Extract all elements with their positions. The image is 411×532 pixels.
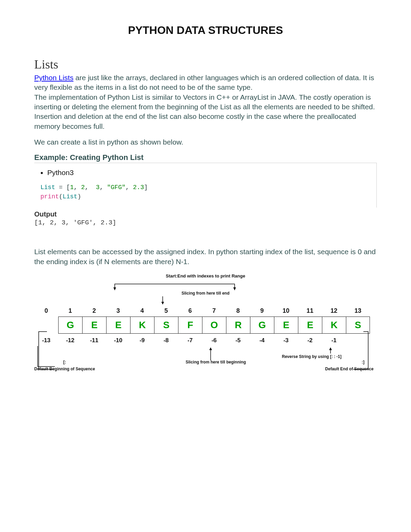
output-label: Output [34, 210, 377, 218]
letter-cell: E [298, 317, 322, 334]
pos-index-cell: 1 [58, 305, 82, 317]
neg-index-cell: -8 [154, 334, 178, 347]
pos-index-cell: 8 [226, 305, 250, 317]
neg-index-cell: -4 [250, 334, 274, 347]
pos-index-cell: 6 [178, 305, 202, 317]
pos-index-cell: 7 [202, 305, 226, 317]
pos-index-cell: 4 [130, 305, 154, 317]
letter-cell: R [226, 317, 250, 334]
letter-cell: G [58, 317, 82, 334]
pos-index-cell: 10 [274, 305, 298, 317]
reverse-string-label: Reverse String by using [: : -1] [274, 354, 349, 359]
pos-index-cell: 9 [250, 305, 274, 317]
python-lists-link[interactable]: Python Lists [34, 74, 73, 82]
default-beginning-label: Default Beginning of Sequence [34, 367, 95, 371]
letter-cell: S [346, 317, 370, 334]
neg-index-cell [346, 334, 370, 347]
arrow-sub-svg [34, 296, 370, 305]
letter-cell: K [322, 317, 346, 334]
pos-index-cell: 12 [322, 305, 346, 317]
diagram-sub-caption: Slicing from here till end [34, 291, 377, 296]
neg-index-cell: -3 [274, 334, 298, 347]
left-bracket-label: [: [34, 360, 95, 364]
section-heading-lists: Lists [34, 57, 377, 72]
svg-marker-5 [209, 347, 212, 350]
code-example-box: Python3 List = [1, 2, 3, "GFG", 2.3] pri… [34, 163, 377, 208]
list-index-diagram: Start:End with indexes to print Range Sl… [34, 273, 377, 371]
paragraph-index: List elements can be accessed by the ass… [34, 247, 377, 267]
neg-index-cell: -12 [58, 334, 82, 347]
letter-cell: G [250, 317, 274, 334]
letters-row: GEEKSFORGEEKS [34, 317, 377, 334]
example-heading: Example: Creating Python List [34, 153, 377, 162]
svg-marker-1 [233, 287, 236, 290]
letter-cell: E [274, 317, 298, 334]
bracket-top-svg [34, 281, 370, 291]
letter-spacer [34, 317, 58, 334]
code-identifier: List [40, 184, 55, 191]
letter-cell: O [202, 317, 226, 334]
paragraph-impl: The implementation of Python List is sim… [34, 93, 375, 130]
diagram-top-caption: Start:End with indexes to print Range [34, 273, 377, 279]
pos-index-cell: 3 [106, 305, 130, 317]
neg-index-cell: -1 [322, 334, 346, 347]
positive-index-row: 012345678910111213 [34, 305, 377, 317]
svg-marker-0 [113, 287, 116, 290]
neg-index-cell: -10 [106, 334, 130, 347]
pos-index-cell: 5 [154, 305, 178, 317]
code-block: List = [1, 2, 3, "GFG", 2.3] print(List) [40, 183, 370, 201]
svg-marker-7 [329, 347, 332, 350]
paragraph-intro-rest: are just like the arrays, declared in ot… [34, 74, 374, 91]
language-tab-python3[interactable]: Python3 [47, 169, 370, 177]
svg-marker-3 [161, 302, 164, 305]
neg-index-cell: -2 [298, 334, 322, 347]
pos-index-cell: 11 [298, 305, 322, 317]
neg-index-cell: -11 [82, 334, 106, 347]
paragraph-intro: Python Lists are just like the arrays, d… [34, 73, 377, 131]
output-text: [1, 2, 3, 'GFG', 2.3] [34, 219, 377, 226]
slicing-beginning-label: Slicing from here till beginning [178, 360, 253, 364]
negative-index-row: -13-12-11-10-9-8-7-6-5-4-3-2-1 [34, 334, 377, 347]
letter-cell: E [106, 317, 130, 334]
letter-cell: E [82, 317, 106, 334]
paragraph-create: We can create a list in python as shown … [34, 137, 377, 147]
letter-cell: F [178, 317, 202, 334]
page-title: PYTHON DATA STRUCTURES [34, 24, 377, 37]
letter-cell: S [154, 317, 178, 334]
neg-index-cell: -9 [130, 334, 154, 347]
letter-cell: K [130, 317, 154, 334]
neg-index-cell: -5 [226, 334, 250, 347]
default-end-label: Default End of Sequence [322, 367, 377, 371]
pos-index-cell: 0 [34, 305, 58, 317]
code-print: print [40, 193, 59, 200]
pos-index-cell: 2 [82, 305, 106, 317]
neg-index-cell: -6 [202, 334, 226, 347]
neg-index-cell: -13 [34, 334, 58, 347]
pos-index-cell: 13 [346, 305, 370, 317]
right-bracket-label: :] [349, 360, 377, 364]
neg-index-cell: -7 [178, 334, 202, 347]
